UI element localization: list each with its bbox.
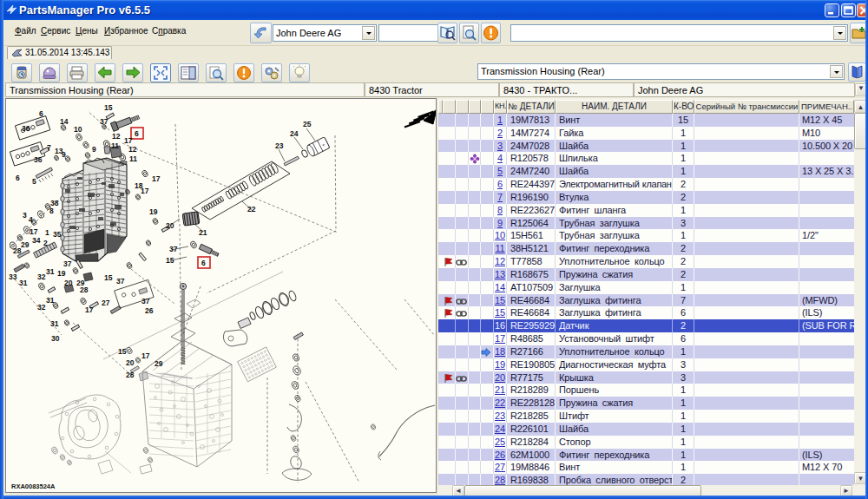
svg-text:3: 3: [23, 211, 27, 220]
svg-text:17: 17: [152, 174, 161, 183]
svg-text:37: 37: [141, 297, 150, 305]
svg-text:31: 31: [19, 279, 28, 287]
svg-text:35: 35: [53, 230, 62, 239]
svg-text:15: 15: [104, 273, 113, 282]
svg-text:2: 2: [43, 239, 48, 247]
svg-text:20: 20: [64, 279, 73, 287]
svg-text:19: 19: [57, 269, 66, 278]
svg-text:25: 25: [303, 120, 312, 128]
svg-text:17: 17: [141, 187, 149, 195]
svg-text:17: 17: [124, 136, 133, 145]
svg-text:28: 28: [126, 371, 135, 379]
svg-text:RXA0083524A: RXA0083524A: [11, 483, 56, 490]
svg-text:17: 17: [141, 351, 150, 360]
svg-text:9: 9: [92, 145, 96, 154]
svg-text:31: 31: [50, 319, 59, 328]
svg-text:32: 32: [37, 272, 46, 281]
svg-text:30: 30: [51, 334, 60, 343]
svg-text:37: 37: [63, 259, 72, 268]
svg-text:31: 31: [46, 296, 55, 305]
svg-text:11: 11: [129, 154, 137, 163]
svg-text:10: 10: [74, 125, 82, 134]
svg-text:21: 21: [199, 228, 207, 237]
svg-text:33: 33: [9, 272, 17, 281]
svg-text:6: 6: [201, 259, 206, 267]
svg-text:15: 15: [118, 347, 127, 356]
svg-text:26: 26: [145, 306, 154, 315]
svg-text:28: 28: [80, 286, 89, 294]
svg-text:34: 34: [32, 236, 41, 245]
svg-text:36: 36: [22, 124, 30, 133]
svg-text:37: 37: [116, 277, 125, 286]
svg-text:32: 32: [37, 303, 46, 312]
svg-text:22: 22: [247, 205, 256, 213]
svg-text:37: 37: [169, 245, 178, 253]
svg-text:6: 6: [135, 129, 139, 138]
svg-text:17: 17: [30, 227, 38, 236]
svg-text:12: 12: [128, 145, 137, 154]
svg-text:4: 4: [29, 215, 33, 224]
svg-text:24: 24: [290, 129, 299, 138]
svg-text:27: 27: [102, 299, 110, 307]
svg-text:6: 6: [16, 174, 20, 182]
svg-text:20: 20: [126, 358, 135, 367]
svg-text:17: 17: [85, 305, 94, 314]
svg-text:20: 20: [166, 221, 174, 230]
svg-text:36: 36: [34, 155, 43, 164]
svg-text:12: 12: [112, 132, 121, 141]
svg-text:37: 37: [100, 117, 108, 126]
svg-text:1: 1: [45, 228, 49, 237]
svg-text:23: 23: [275, 141, 284, 150]
svg-text:7: 7: [47, 143, 51, 152]
svg-text:31: 31: [46, 267, 55, 276]
svg-text:19: 19: [149, 207, 158, 216]
svg-text:9: 9: [62, 150, 66, 159]
svg-text:14: 14: [60, 117, 69, 126]
svg-text:5: 5: [32, 177, 36, 186]
svg-text:29: 29: [155, 359, 163, 368]
svg-text:29: 29: [21, 240, 30, 249]
svg-text:11: 11: [111, 141, 119, 150]
svg-text:6: 6: [39, 109, 43, 118]
svg-text:15: 15: [104, 103, 113, 112]
svg-text:8: 8: [49, 207, 54, 215]
svg-text:15: 15: [166, 256, 174, 265]
